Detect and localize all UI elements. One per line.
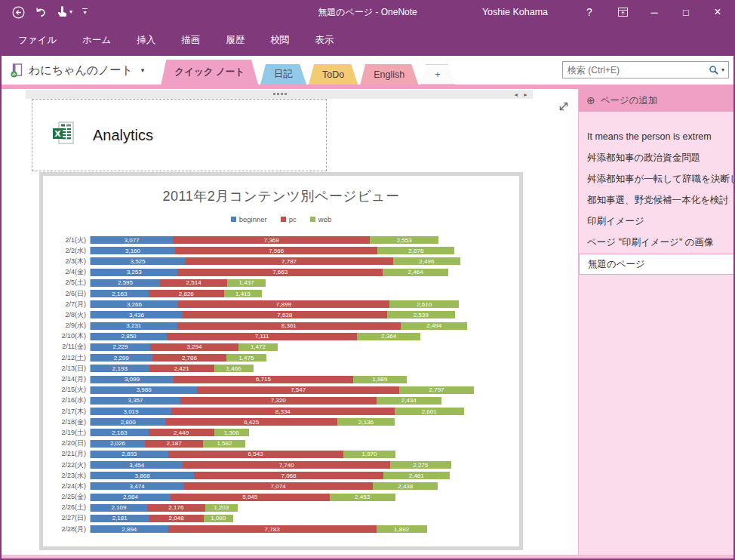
stacked-bar: 2,2293,2941,472 (90, 343, 497, 351)
bar-segment-web: 2,438 (373, 482, 438, 490)
category-label: 2/20(日) (51, 438, 90, 448)
page-canvas[interactable]: ◄ ► X Analytics 2011年2月コンテンツ別ページビュー begi… (2, 89, 578, 555)
back-icon[interactable] (12, 6, 25, 19)
chart-row: 2/21(月)2,8936,5431,970 (51, 449, 519, 460)
category-label: 2/16(水) (51, 395, 90, 405)
legend-item: web (310, 215, 331, 223)
chart-row: 2/8(火)3,4367,6382,539 (51, 309, 519, 320)
account-user-name[interactable]: Yoshie Kohama (482, 7, 548, 17)
bar-segment-beginner: 3,986 (91, 386, 197, 394)
ribbon-display-options-button[interactable] (607, 0, 638, 24)
section-tab-english[interactable]: English (360, 64, 418, 85)
chart-row: 2/22(火)3,4547,7402,275 (51, 460, 519, 470)
stacked-bar: 3,2667,8992,610 (90, 300, 497, 308)
bar-segment-beginner: 2,229 (91, 343, 150, 351)
add-section-button[interactable]: + (420, 64, 454, 85)
full-page-view-button[interactable] (557, 100, 570, 113)
embed-title: Analytics (93, 127, 153, 144)
stacked-bar: 3,4747,0742,438 (90, 482, 497, 490)
stacked-bar: 2,2992,7861,475 (90, 354, 497, 362)
category-label: 2/22(火) (51, 460, 90, 470)
add-page-label: ページの追加 (601, 94, 658, 107)
add-page-button[interactable]: ⊕ ページの追加 (579, 89, 733, 112)
bar-segment-beginner: 2,984 (91, 494, 171, 501)
bar-segment-web: 1,472 (238, 343, 278, 351)
scroll-right-button[interactable]: ► (523, 92, 528, 97)
bottom-accent-strip (2, 555, 733, 558)
close-button[interactable]: × (702, 0, 733, 24)
section-tab-todo[interactable]: ToDo (309, 64, 358, 85)
legend-label: pc (289, 215, 297, 223)
scroll-left-button[interactable]: ◄ (513, 92, 518, 97)
chevron-down-icon: ▾ (141, 66, 145, 74)
bar-segment-pc: 2,176 (147, 504, 205, 512)
bar-segment-pc: 7,899 (178, 300, 389, 308)
chart-row: 2/16(水)3,3577,3202,434 (51, 395, 519, 406)
bar-segment-web: 1,466 (214, 365, 254, 372)
titlebar-controls: Yoshie Kohama ? ─ □ × (482, 0, 733, 24)
notebook-section-row: わにちゃんのノート ▾ クイック ノート日記ToDoEnglish+ ▾ (2, 56, 733, 85)
page-list-item[interactable]: 無題のページ (579, 254, 733, 275)
ribbon-tab-history[interactable]: 履歴 (215, 29, 255, 51)
maximize-button[interactable]: □ (670, 0, 702, 24)
bar-segment-beginner: 2,181 (91, 515, 149, 522)
bar-segment-web: 2,275 (390, 461, 451, 469)
page-list-item[interactable]: It means the person is extrem (579, 127, 733, 148)
notebook-icon (11, 63, 23, 78)
help-button[interactable]: ? (574, 0, 605, 24)
horizontal-scrollbar[interactable]: ◄ ► (26, 90, 533, 99)
bar-segment-beginner: 2,299 (91, 354, 152, 362)
section-tab-diary[interactable]: 日記 (260, 64, 306, 85)
touch-mouse-mode-button[interactable]: ▾ (57, 6, 72, 18)
search-scope-chevron-icon[interactable]: ▾ (721, 66, 724, 73)
bar-segment-pc: 2,514 (160, 279, 227, 287)
stacked-bar: 3,1607,5662,878 (90, 247, 497, 254)
ribbon-tab-review[interactable]: 校閲 (260, 29, 300, 51)
page-list-item[interactable]: 印刷イメージ (579, 211, 733, 232)
undo-icon[interactable] (35, 7, 47, 18)
ribbon-tab-home[interactable]: ホーム (72, 29, 121, 51)
ribbon-tab-draw[interactable]: 描画 (171, 29, 211, 51)
chart-row: 2/18(金)2,8006,4252,136 (51, 417, 519, 427)
bar-segment-beginner: 3,868 (91, 472, 194, 479)
page-list-item[interactable]: 都知事選、野党候補一本化を検討 (579, 190, 733, 211)
page-list-item[interactable]: ページ "印刷イメージ" の画像 (579, 232, 733, 254)
bar-segment-pc: 3,294 (150, 343, 238, 351)
section-tab-quick-notes[interactable]: クイック ノート (161, 60, 258, 85)
category-label: 2/4(金) (51, 267, 90, 277)
search-icon[interactable] (709, 65, 719, 75)
chevron-down-icon: ▾ (69, 9, 72, 15)
bar-segment-pc: 8,334 (171, 408, 395, 415)
ribbon-tab-view[interactable]: 表示 (304, 29, 344, 51)
customize-qat-button[interactable]: ▾ (82, 8, 88, 16)
bar-segment-web: 1,475 (226, 354, 266, 362)
excel-file-icon[interactable]: X (52, 122, 75, 149)
category-label: 2/13(日) (51, 364, 90, 374)
bar-segment-web: 1,970 (343, 451, 396, 458)
minimize-button[interactable]: ─ (638, 0, 670, 24)
embedded-file-container[interactable]: X Analytics (32, 99, 327, 171)
bar-segment-pc: 6,425 (165, 418, 337, 426)
bar-segment-web: 1,437 (227, 279, 266, 287)
chevron-down-icon: ▾ (84, 10, 87, 16)
chart-printout[interactable]: 2011年2月コンテンツ別ページビュー beginnerpcweb 2/1(火)… (39, 172, 523, 550)
category-label: 2/7(月) (51, 300, 90, 309)
chart-row: 2/27(日)2,1812,0481,090 (51, 513, 519, 524)
stacked-bar: 3,9867,5472,797 (90, 386, 497, 394)
bar-segment-beginner: 2,109 (91, 504, 147, 512)
bar-segment-beginner: 2,193 (91, 365, 149, 372)
category-label: 2/8(火) (51, 310, 90, 320)
titlebar: ▾ ▾ 無題のページ - OneNote Yoshie Kohama ? ─ □… (2, 0, 733, 24)
page-list-item[interactable]: 舛添都知事の政治資金問題 (579, 148, 733, 169)
ribbon-tab-insert[interactable]: 挿入 (126, 29, 166, 51)
page-list-item[interactable]: 舛添都知事が一転して辞職を決断し (579, 169, 733, 190)
bar-segment-pc: 2,421 (149, 365, 214, 372)
chart-row: 2/11(金)2,2293,2941,472 (51, 342, 519, 352)
search-input[interactable] (563, 65, 709, 75)
category-label: 2/26(土) (51, 503, 90, 512)
chart-plot-area: 2/1(火)3,0777,3692,5532/2(水)3,1607,5662,8… (51, 235, 519, 534)
ribbon-tab-file[interactable]: ファイル (8, 29, 67, 51)
notebook-selector[interactable]: わにちゃんのノート ▾ (11, 56, 144, 85)
category-label: 2/9(水) (51, 321, 90, 331)
bar-segment-pc: 7,369 (173, 236, 370, 244)
